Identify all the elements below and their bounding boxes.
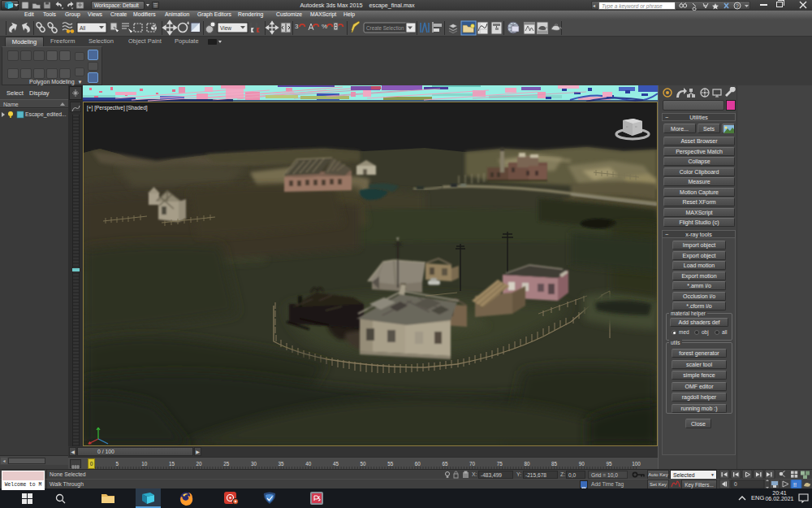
svg-text:90: 90 xyxy=(579,461,585,467)
svg-text:55: 55 xyxy=(387,461,394,467)
svg-text:25: 25 xyxy=(223,461,230,467)
svg-text:100: 100 xyxy=(632,461,641,467)
svg-text:View: View xyxy=(220,25,231,31)
svg-text:40: 40 xyxy=(305,461,312,467)
svg-text:All: All xyxy=(80,25,86,31)
svg-text:5: 5 xyxy=(115,461,119,467)
svg-text:85: 85 xyxy=(551,461,558,467)
svg-text:60: 60 xyxy=(415,461,421,467)
svg-text:75: 75 xyxy=(497,461,503,467)
svg-text:3: 3 xyxy=(295,23,299,30)
svg-text:%: % xyxy=(322,23,327,30)
svg-text:95: 95 xyxy=(606,461,612,467)
svg-text:?: ? xyxy=(736,3,739,9)
svg-text:Create Selection Se: Create Selection Se xyxy=(366,25,412,31)
svg-text:!!: !! xyxy=(793,482,797,488)
svg-text:30: 30 xyxy=(251,461,257,467)
svg-text:45: 45 xyxy=(333,461,339,467)
svg-text:80: 80 xyxy=(524,461,530,467)
svg-text:70: 70 xyxy=(469,461,476,467)
svg-text:0: 0 xyxy=(734,481,737,487)
svg-text:65: 65 xyxy=(442,461,448,467)
svg-text:10: 10 xyxy=(141,461,148,467)
svg-text:35: 35 xyxy=(279,461,285,467)
svg-text:15: 15 xyxy=(169,461,175,467)
svg-text:50: 50 xyxy=(360,461,366,467)
svg-text:20: 20 xyxy=(197,461,203,467)
